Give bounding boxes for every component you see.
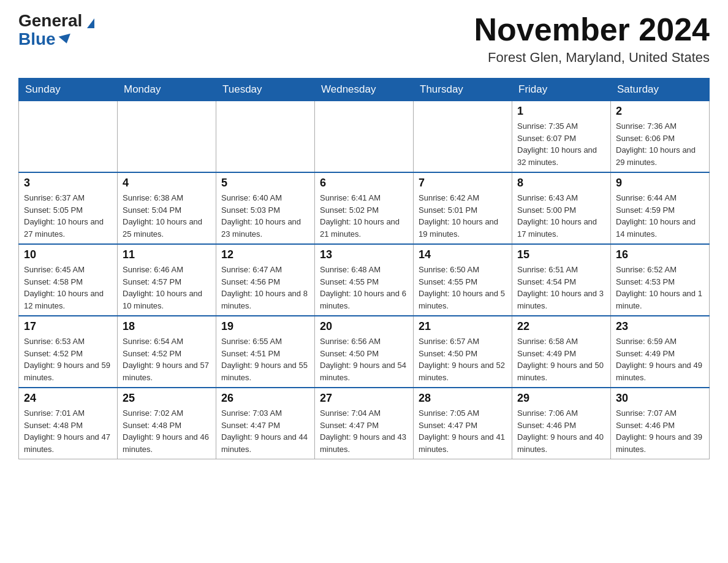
day-info: Sunrise: 6:43 AM Sunset: 5:00 PM Dayligh…	[517, 192, 605, 240]
day-info: Sunrise: 6:54 AM Sunset: 4:52 PM Dayligh…	[123, 335, 211, 383]
day-info: Sunrise: 7:04 AM Sunset: 4:47 PM Dayligh…	[320, 407, 408, 455]
calendar-cell: 7Sunrise: 6:42 AM Sunset: 5:01 PM Daylig…	[414, 172, 512, 244]
day-header-monday: Monday	[118, 79, 216, 101]
calendar-cell: 16Sunrise: 6:52 AM Sunset: 4:53 PM Dayli…	[611, 244, 710, 316]
day-header-sunday: Sunday	[19, 79, 118, 101]
calendar-cell: 19Sunrise: 6:55 AM Sunset: 4:51 PM Dayli…	[216, 316, 315, 388]
day-number: 13	[320, 248, 408, 261]
day-info: Sunrise: 6:55 AM Sunset: 4:51 PM Dayligh…	[221, 335, 309, 383]
day-number: 23	[616, 320, 704, 333]
calendar-cell: 29Sunrise: 7:06 AM Sunset: 4:46 PM Dayli…	[512, 388, 611, 459]
day-header-saturday: Saturday	[611, 79, 710, 101]
calendar-cell: 9Sunrise: 6:44 AM Sunset: 4:59 PM Daylig…	[611, 172, 710, 244]
day-number: 9	[616, 177, 704, 190]
day-number: 7	[419, 177, 507, 190]
logo-blue-text: Blue	[18, 31, 72, 48]
day-info: Sunrise: 6:37 AM Sunset: 5:05 PM Dayligh…	[24, 192, 112, 240]
calendar-cell: 5Sunrise: 6:40 AM Sunset: 5:03 PM Daylig…	[216, 172, 315, 244]
calendar-cell: 17Sunrise: 6:53 AM Sunset: 4:52 PM Dayli…	[19, 316, 118, 388]
day-info: Sunrise: 6:59 AM Sunset: 4:49 PM Dayligh…	[616, 335, 704, 383]
day-header-wednesday: Wednesday	[315, 79, 414, 101]
day-number: 14	[419, 248, 507, 261]
day-header-friday: Friday	[512, 79, 611, 101]
day-info: Sunrise: 7:05 AM Sunset: 4:47 PM Dayligh…	[419, 407, 507, 455]
day-info: Sunrise: 6:56 AM Sunset: 4:50 PM Dayligh…	[320, 335, 408, 383]
day-info: Sunrise: 7:01 AM Sunset: 4:48 PM Dayligh…	[24, 407, 112, 455]
day-info: Sunrise: 6:57 AM Sunset: 4:50 PM Dayligh…	[419, 335, 507, 383]
day-number: 26	[221, 392, 309, 405]
calendar-table: SundayMondayTuesdayWednesdayThursdayFrid…	[18, 78, 710, 459]
day-info: Sunrise: 7:02 AM Sunset: 4:48 PM Dayligh…	[123, 407, 211, 455]
day-number: 6	[320, 177, 408, 190]
day-number: 12	[221, 248, 309, 261]
calendar-cell: 24Sunrise: 7:01 AM Sunset: 4:48 PM Dayli…	[19, 388, 118, 459]
title-block: November 2024 Forest Glen, Maryland, Uni…	[474, 12, 710, 66]
calendar-week-row: 1Sunrise: 7:35 AM Sunset: 6:07 PM Daylig…	[19, 101, 710, 173]
day-info: Sunrise: 6:52 AM Sunset: 4:53 PM Dayligh…	[616, 264, 704, 312]
calendar-cell: 12Sunrise: 6:47 AM Sunset: 4:56 PM Dayli…	[216, 244, 315, 316]
calendar-cell: 8Sunrise: 6:43 AM Sunset: 5:00 PM Daylig…	[512, 172, 611, 244]
calendar-cell: 27Sunrise: 7:04 AM Sunset: 4:47 PM Dayli…	[315, 388, 414, 459]
calendar-cell: 13Sunrise: 6:48 AM Sunset: 4:55 PM Dayli…	[315, 244, 414, 316]
day-number: 8	[517, 177, 605, 190]
location-title: Forest Glen, Maryland, United States	[474, 50, 710, 66]
day-number: 2	[616, 105, 704, 118]
day-info: Sunrise: 6:53 AM Sunset: 4:52 PM Dayligh…	[24, 335, 112, 383]
day-info: Sunrise: 6:40 AM Sunset: 5:03 PM Dayligh…	[221, 192, 309, 240]
day-info: Sunrise: 7:07 AM Sunset: 4:46 PM Dayligh…	[616, 407, 704, 455]
calendar-cell	[414, 101, 512, 173]
day-number: 11	[123, 248, 211, 261]
day-info: Sunrise: 7:36 AM Sunset: 6:06 PM Dayligh…	[616, 120, 704, 168]
day-info: Sunrise: 7:35 AM Sunset: 6:07 PM Dayligh…	[517, 120, 605, 168]
day-number: 16	[616, 248, 704, 261]
calendar-cell: 22Sunrise: 6:58 AM Sunset: 4:49 PM Dayli…	[512, 316, 611, 388]
day-number: 27	[320, 392, 408, 405]
calendar-cell: 21Sunrise: 6:57 AM Sunset: 4:50 PM Dayli…	[414, 316, 512, 388]
day-header-thursday: Thursday	[414, 79, 512, 101]
calendar-cell	[118, 101, 216, 173]
logo-general-text: General	[18, 12, 82, 29]
day-info: Sunrise: 7:03 AM Sunset: 4:47 PM Dayligh…	[221, 407, 309, 455]
day-number: 4	[123, 177, 211, 190]
day-number: 3	[24, 177, 112, 190]
day-info: Sunrise: 6:44 AM Sunset: 4:59 PM Dayligh…	[616, 192, 704, 240]
calendar-cell: 4Sunrise: 6:38 AM Sunset: 5:04 PM Daylig…	[118, 172, 216, 244]
calendar-week-row: 3Sunrise: 6:37 AM Sunset: 5:05 PM Daylig…	[19, 172, 710, 244]
day-number: 19	[221, 320, 309, 333]
calendar-cell: 2Sunrise: 7:36 AM Sunset: 6:06 PM Daylig…	[611, 101, 710, 173]
calendar-cell: 30Sunrise: 7:07 AM Sunset: 4:46 PM Dayli…	[611, 388, 710, 459]
calendar-cell: 23Sunrise: 6:59 AM Sunset: 4:49 PM Dayli…	[611, 316, 710, 388]
day-number: 30	[616, 392, 704, 405]
calendar-cell: 11Sunrise: 6:46 AM Sunset: 4:57 PM Dayli…	[118, 244, 216, 316]
day-header-tuesday: Tuesday	[216, 79, 315, 101]
calendar-cell: 10Sunrise: 6:45 AM Sunset: 4:58 PM Dayli…	[19, 244, 118, 316]
page-header: General Blue November 2024 Forest Glen, …	[18, 12, 710, 66]
day-info: Sunrise: 6:46 AM Sunset: 4:57 PM Dayligh…	[123, 264, 211, 312]
day-info: Sunrise: 6:41 AM Sunset: 5:02 PM Dayligh…	[320, 192, 408, 240]
calendar-week-row: 10Sunrise: 6:45 AM Sunset: 4:58 PM Dayli…	[19, 244, 710, 316]
calendar-cell: 25Sunrise: 7:02 AM Sunset: 4:48 PM Dayli…	[118, 388, 216, 459]
day-info: Sunrise: 6:47 AM Sunset: 4:56 PM Dayligh…	[221, 264, 309, 312]
day-number: 1	[517, 105, 605, 118]
day-info: Sunrise: 6:51 AM Sunset: 4:54 PM Dayligh…	[517, 264, 605, 312]
calendar-cell	[19, 101, 118, 173]
day-number: 18	[123, 320, 211, 333]
day-info: Sunrise: 6:38 AM Sunset: 5:04 PM Dayligh…	[123, 192, 211, 240]
day-number: 15	[517, 248, 605, 261]
calendar-week-row: 24Sunrise: 7:01 AM Sunset: 4:48 PM Dayli…	[19, 388, 710, 459]
day-number: 20	[320, 320, 408, 333]
calendar-cell	[315, 101, 414, 173]
day-number: 17	[24, 320, 112, 333]
calendar-cell: 20Sunrise: 6:56 AM Sunset: 4:50 PM Dayli…	[315, 316, 414, 388]
day-number: 29	[517, 392, 605, 405]
day-info: Sunrise: 6:58 AM Sunset: 4:49 PM Dayligh…	[517, 335, 605, 383]
day-number: 21	[419, 320, 507, 333]
day-number: 24	[24, 392, 112, 405]
calendar-cell: 18Sunrise: 6:54 AM Sunset: 4:52 PM Dayli…	[118, 316, 216, 388]
day-info: Sunrise: 6:42 AM Sunset: 5:01 PM Dayligh…	[419, 192, 507, 240]
day-info: Sunrise: 6:48 AM Sunset: 4:55 PM Dayligh…	[320, 264, 408, 312]
logo: General Blue	[18, 12, 85, 48]
calendar-cell	[216, 101, 315, 173]
day-number: 25	[123, 392, 211, 405]
month-title: November 2024	[474, 12, 710, 47]
